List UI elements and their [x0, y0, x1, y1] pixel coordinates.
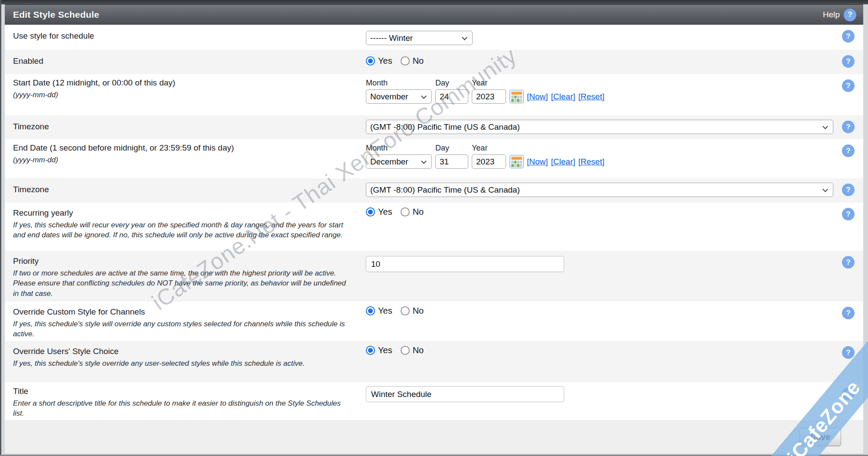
help-icon[interactable]: ?: [842, 387, 855, 400]
end-timezone-select[interactable]: (GMT -8:00) Pacific Time (US & Canada): [366, 183, 833, 197]
calendar-icon[interactable]: [510, 90, 524, 103]
recurring-no-label: No: [413, 207, 424, 217]
help-icon[interactable]: ?: [842, 184, 855, 196]
field-label-enabled: Enabled: [13, 56, 350, 67]
month-label: Month: [366, 79, 432, 88]
override-channels-description: If yes, this schedule's style will overr…: [13, 319, 350, 339]
override-channels-yes-radio[interactable]: [366, 306, 375, 315]
style-select[interactable]: ------ Winter: [366, 31, 473, 45]
override-users-description: If yes, this schedule's style override a…: [13, 358, 350, 368]
help-icon[interactable]: ?: [842, 55, 855, 68]
start-month-select[interactable]: November: [366, 89, 432, 104]
priority-input[interactable]: [366, 256, 564, 272]
page-title: Edit Style Schedule: [13, 10, 99, 20]
field-label-start-date: Start Date (12 midnight, or 00:00 of thi…: [13, 78, 350, 89]
year-label: Year: [472, 144, 506, 153]
start-day-input[interactable]: [435, 89, 468, 104]
recurring-no-radio[interactable]: [401, 207, 410, 217]
title-description: Enter a short descriptive title for this…: [13, 398, 350, 419]
start-month-value: November: [370, 92, 408, 102]
end-clear-link[interactable]: [Clear]: [551, 157, 575, 167]
end-now-link[interactable]: [Now]: [527, 157, 548, 167]
row-override-channels: Override Custom Style for Channels If ye…: [5, 302, 863, 341]
end-date-control: Month December Day Year: [366, 144, 833, 169]
row-priority: Priority If two or more schedules are ac…: [5, 251, 863, 302]
field-label-timezone: Timezone: [13, 121, 350, 132]
row-end-timezone: Timezone (GMT -8:00) Pacific Time (US & …: [5, 178, 863, 203]
override-users-yes-radio[interactable]: [366, 346, 375, 355]
end-month-select[interactable]: December: [366, 154, 432, 169]
help-icon[interactable]: ?: [842, 121, 855, 133]
enabled-no-radio[interactable]: [401, 56, 410, 66]
panel-header: Edit Style Schedule Help ?: [5, 4, 863, 25]
start-year-input[interactable]: [472, 89, 506, 104]
help-icon[interactable]: ?: [842, 144, 855, 157]
row-enabled: Enabled Yes No ?: [5, 50, 863, 74]
recurring-yes-label: Yes: [378, 207, 392, 217]
field-label-override-users: Override Users' Style Choice: [13, 346, 350, 357]
override-users-radio-group: Yes No: [366, 345, 833, 355]
help-icon[interactable]: ?: [842, 256, 855, 269]
title-input[interactable]: [366, 386, 564, 402]
month-label: Month: [366, 144, 432, 153]
chevron-down-icon: [462, 35, 467, 40]
chevron-down-icon: [822, 124, 828, 129]
field-label-timezone: Timezone: [13, 184, 350, 195]
edit-style-schedule-panel: Edit Style Schedule Help ? Use style for…: [5, 4, 863, 453]
override-users-no-radio[interactable]: [401, 346, 410, 355]
end-day-input[interactable]: [435, 154, 468, 169]
row-start-date: Start Date (12 midnight, or 00:00 of thi…: [5, 74, 863, 115]
override-channels-radio-group: Yes No: [366, 306, 833, 316]
field-label-end-date: End Date (1 second before midnight, or 2…: [13, 143, 350, 154]
field-label-recurring: Recurring yearly: [13, 208, 350, 219]
chevron-down-icon: [421, 93, 427, 99]
panel-footer: Save: [5, 420, 863, 453]
year-label: Year: [472, 79, 506, 88]
override-channels-yes-label: Yes: [378, 306, 392, 316]
help-icon[interactable]: ?: [842, 79, 855, 92]
help-icon[interactable]: ?: [842, 208, 855, 220]
field-label-priority: Priority: [13, 256, 350, 267]
field-label-title: Title: [13, 386, 350, 397]
start-date-control: Month November Day Year: [366, 79, 833, 104]
start-reset-link[interactable]: [Reset]: [579, 92, 605, 102]
end-reset-link[interactable]: [Reset]: [579, 157, 605, 167]
help-label: Help: [823, 10, 840, 20]
help-icon[interactable]: ?: [844, 9, 856, 21]
end-timezone-value: (GMT -8:00) Pacific Time (US & Canada): [370, 185, 520, 195]
start-clear-link[interactable]: [Clear]: [551, 92, 575, 102]
day-label: Day: [435, 79, 468, 88]
row-recurring-yearly: Recurring yearly If yes, this schedule w…: [5, 203, 863, 251]
header-help: Help ?: [823, 9, 856, 21]
enabled-radio-group: Yes No: [366, 56, 833, 66]
enabled-yes-label: Yes: [378, 56, 392, 66]
end-year-input[interactable]: [472, 154, 506, 169]
row-end-date: End Date (1 second before midnight, or 2…: [5, 139, 863, 178]
help-icon[interactable]: ?: [842, 307, 855, 319]
start-timezone-select[interactable]: (GMT -8:00) Pacific Time (US & Canada): [366, 120, 833, 134]
enabled-no-label: No: [413, 56, 424, 66]
calendar-icon[interactable]: [510, 155, 524, 168]
enabled-yes-radio[interactable]: [366, 56, 375, 66]
save-button[interactable]: Save: [799, 428, 841, 446]
row-start-timezone: Timezone (GMT -8:00) Pacific Time (US & …: [5, 115, 863, 139]
start-now-link[interactable]: [Now]: [527, 92, 548, 102]
start-date-format-hint: (yyyy-mm-dd): [13, 90, 350, 100]
row-title: Title Enter a short descriptive title fo…: [5, 382, 863, 420]
style-select-value: ------ Winter: [370, 33, 413, 43]
recurring-description: If yes, this schedule will recur every y…: [13, 220, 350, 240]
recurring-yes-radio[interactable]: [366, 207, 375, 217]
chevron-down-icon: [421, 158, 427, 164]
start-timezone-value: (GMT -8:00) Pacific Time (US & Canada): [370, 122, 520, 132]
end-date-format-hint: (yyyy-mm-dd): [13, 155, 350, 165]
day-label: Day: [435, 144, 468, 153]
help-icon[interactable]: ?: [842, 30, 855, 43]
chevron-down-icon: [822, 187, 828, 192]
window-left-edge: [0, 0, 1, 456]
help-icon[interactable]: ?: [842, 346, 855, 359]
priority-description: If two or more schedules are active at t…: [13, 268, 350, 299]
row-override-users: Override Users' Style Choice If yes, thi…: [5, 341, 863, 382]
override-users-yes-label: Yes: [378, 345, 392, 355]
override-channels-no-radio[interactable]: [401, 306, 410, 315]
end-month-value: December: [370, 157, 408, 167]
